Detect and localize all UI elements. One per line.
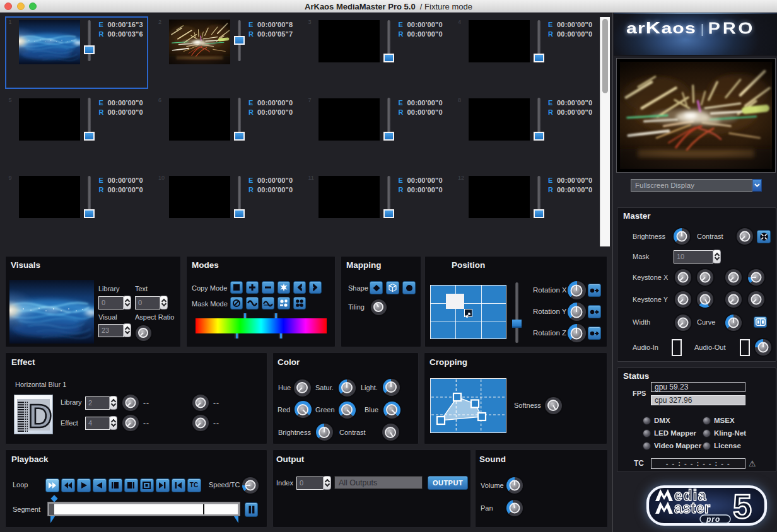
svg-text:5: 5 [733, 487, 752, 525]
svg-text:aster: aster [674, 500, 710, 516]
svg-text:pro: pro [706, 515, 720, 524]
svg-text:D: D [28, 398, 52, 434]
